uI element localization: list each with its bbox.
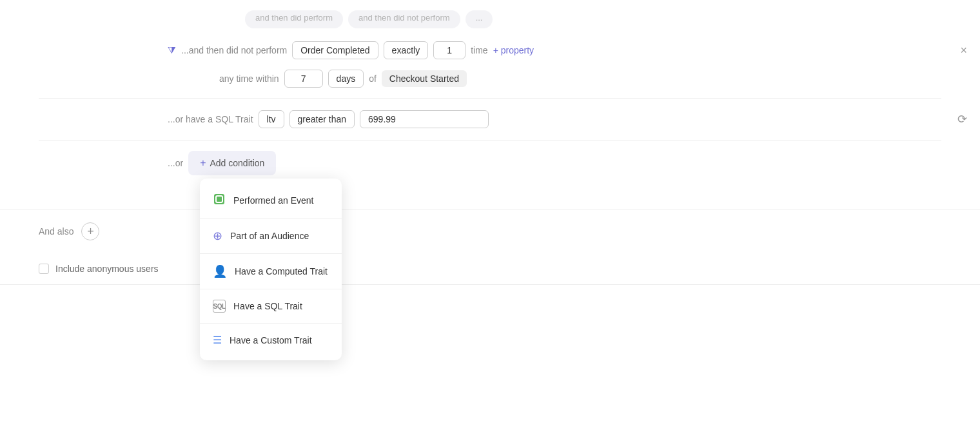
dropdown-divider-3 xyxy=(200,289,342,289)
computed-trait-option[interactable]: 👤 Have a Computed Trait xyxy=(200,255,342,287)
operator-button[interactable]: greater than xyxy=(289,110,355,128)
divider-1 xyxy=(39,98,941,99)
add-condition-dropdown: Performed an Event ⊕ Part of an Audience… xyxy=(200,179,342,360)
dropdown-divider-2 xyxy=(200,253,342,254)
trait-name-button[interactable]: ltv xyxy=(259,110,284,128)
tabs-row: and then did perform and then did not pe… xyxy=(0,0,980,34)
performed-event-option[interactable]: Performed an Event xyxy=(200,184,342,217)
value-input[interactable] xyxy=(360,110,489,128)
close-condition-1-button[interactable]: × xyxy=(960,44,967,56)
sql-trait-option[interactable]: SQL Have a SQL Trait xyxy=(200,291,342,322)
property-link[interactable]: + property xyxy=(493,45,534,55)
any-time-label: any time within xyxy=(219,73,279,84)
audience-label: Part of an Audience xyxy=(230,231,309,241)
main-content: and then did perform and then did not pe… xyxy=(0,0,980,446)
event-button[interactable]: Order Completed xyxy=(292,41,378,59)
include-anonymous-label: Include anonymous users xyxy=(55,264,159,274)
filter-icon-1: ⧩ xyxy=(168,44,176,56)
sub-row-1: any time within days of Checkout Started xyxy=(0,67,980,95)
condition-1-prefix: ...and then did not perform xyxy=(181,45,287,55)
dropdown-divider-4 xyxy=(200,323,342,324)
custom-trait-option[interactable]: ☰ Have a Custom Trait xyxy=(200,325,342,355)
and-also-plus-button[interactable]: + xyxy=(81,222,99,240)
add-condition-label: Add condition xyxy=(210,158,264,168)
event-icon xyxy=(213,193,226,208)
sql-trait-label: Have a SQL Trait xyxy=(233,301,302,311)
dropdown-divider-1 xyxy=(200,218,342,218)
computed-trait-label: Have a Computed Trait xyxy=(235,266,328,276)
computed-icon: 👤 xyxy=(213,264,227,278)
time-label: time xyxy=(471,45,487,55)
sql-prefix: ...or have a SQL Trait xyxy=(168,114,253,124)
tab-1[interactable]: and then did perform xyxy=(245,10,343,28)
or-label: ...or xyxy=(168,158,183,168)
days-button[interactable]: days xyxy=(328,70,364,88)
part-of-audience-option[interactable]: ⊕ Part of an Audience xyxy=(200,220,342,252)
custom-trait-label: Have a Custom Trait xyxy=(230,335,312,345)
close-sql-button[interactable]: ⟳ xyxy=(957,112,967,126)
add-condition-button[interactable]: + Add condition xyxy=(188,151,276,175)
and-also-label: And also xyxy=(39,226,74,237)
tab-2[interactable]: and then did not perform xyxy=(348,10,460,28)
frequency-op-button[interactable]: exactly xyxy=(384,41,429,59)
and-also-row: And also + xyxy=(0,209,980,253)
performed-event-label: Performed an Event xyxy=(233,195,314,206)
of-event-chip: Checkout Started xyxy=(382,70,467,87)
divider-2 xyxy=(39,140,941,141)
add-condition-row: ...or + Add condition Performed an Event… xyxy=(0,143,980,183)
include-anonymous-row: Include anonymous users xyxy=(0,253,980,284)
include-anonymous-checkbox[interactable] xyxy=(39,264,49,274)
sql-row: ...or have a SQL Trait ltv greater than … xyxy=(0,101,980,137)
custom-icon: ☰ xyxy=(213,334,222,346)
days-input[interactable] xyxy=(284,70,323,88)
condition-row-1: ⧩ ...and then did not perform Order Comp… xyxy=(0,34,980,67)
frequency-val-input[interactable] xyxy=(433,41,466,59)
audience-icon: ⊕ xyxy=(213,229,222,243)
tab-3[interactable]: ... xyxy=(466,10,493,28)
of-label: of xyxy=(369,73,377,84)
sql-icon: SQL xyxy=(213,300,226,313)
plus-icon: + xyxy=(200,157,206,169)
bottom-divider xyxy=(0,284,980,285)
